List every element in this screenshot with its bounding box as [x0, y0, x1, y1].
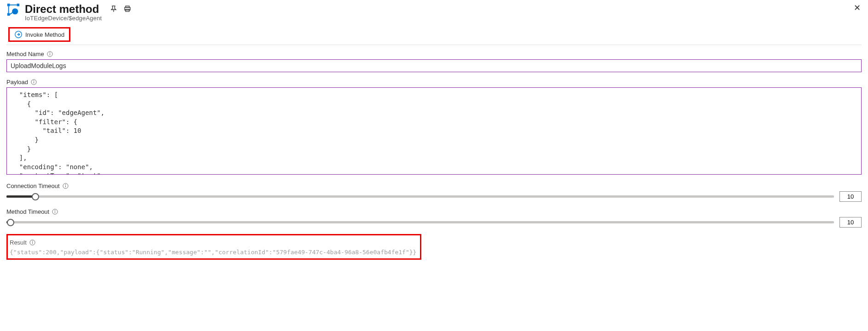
direct-method-icon — [6, 3, 20, 18]
breadcrumb: IoTEdgeDevice/$edgeAgent — [25, 15, 131, 22]
method-timeout-value[interactable] — [839, 217, 862, 228]
svg-point-3 — [12, 8, 18, 14]
method-name-label: Method Name — [6, 51, 862, 57]
svg-point-14 — [50, 52, 50, 53]
connection-timeout-slider[interactable] — [6, 195, 834, 198]
method-timeout-label: Method Timeout — [6, 208, 862, 215]
svg-point-17 — [34, 80, 34, 81]
payload-label: Payload — [6, 79, 862, 86]
connection-timeout-label: Connection Timeout — [6, 183, 862, 189]
method-timeout-slider[interactable] — [6, 221, 834, 223]
connection-timeout-value[interactable] — [839, 191, 862, 202]
print-icon[interactable] — [124, 5, 131, 14]
svg-rect-0 — [7, 4, 10, 6]
result-text: {"status":200,"payload":{"status":"Runni… — [10, 249, 416, 256]
svg-point-23 — [55, 210, 55, 211]
svg-point-20 — [65, 184, 66, 185]
pin-icon[interactable] — [110, 5, 117, 14]
info-icon[interactable] — [29, 240, 35, 245]
page-header: Direct method IoTEdgeDevice/$edgeAgent ✕ — [6, 3, 862, 22]
info-icon[interactable] — [31, 79, 37, 85]
svg-rect-1 — [17, 4, 20, 6]
close-icon[interactable]: ✕ — [854, 3, 861, 13]
info-icon[interactable] — [52, 209, 58, 215]
info-icon[interactable] — [63, 183, 69, 189]
payload-input[interactable] — [6, 87, 862, 175]
toolbar: Invoke Method — [6, 24, 862, 45]
page-title: Direct method — [25, 3, 99, 16]
info-icon[interactable] — [47, 51, 53, 57]
svg-point-26 — [32, 241, 33, 241]
result-label: Result — [10, 239, 416, 246]
svg-line-6 — [10, 12, 13, 15]
svg-rect-2 — [7, 13, 10, 16]
invoke-method-label: Invoke Method — [25, 31, 64, 38]
method-name-input[interactable] — [6, 59, 862, 72]
invoke-method-button[interactable]: Invoke Method — [12, 29, 66, 40]
result-section: Result {"status":200,"payload":{"status"… — [8, 239, 416, 256]
